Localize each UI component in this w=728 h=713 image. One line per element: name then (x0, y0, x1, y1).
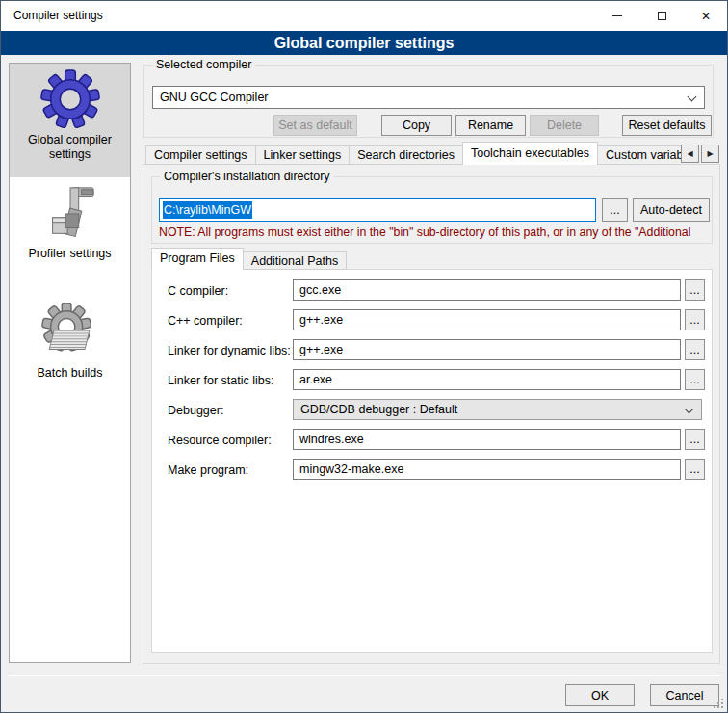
reset-defaults-button[interactable]: Reset defaults (622, 115, 712, 136)
program-tab-bar: Program Files Additional Paths (151, 248, 346, 270)
selected-text: C:\raylib\MinGW (163, 201, 252, 219)
field-value: mingw32-make.exe (299, 462, 403, 476)
sidebar-item-profiler-settings[interactable]: Profiler settings (10, 181, 130, 291)
make-program-input[interactable]: mingw32-make.exe (293, 459, 681, 480)
field-label-resource-compiler: Resource compiler: (168, 433, 272, 448)
resource-compiler-input[interactable]: windres.exe (293, 429, 681, 450)
button-label: ... (610, 203, 619, 217)
button-label: Reset defaults (629, 119, 706, 132)
browse-make-program-button[interactable]: ... (685, 459, 705, 480)
debugger-select-value: GDB/CDB debugger : Default (300, 403, 457, 416)
button-label: Cancel (666, 689, 704, 702)
field-label-linker-static: Linker for static libs: (168, 373, 273, 388)
field-value: ar.exe (299, 373, 332, 386)
compiler-select-value: GNU GCC Compiler (160, 91, 269, 104)
sidebar-item-batch-builds[interactable]: Batch builds (10, 295, 130, 409)
button-label: ... (689, 283, 699, 297)
caliper-icon (40, 183, 100, 243)
blue-gear-icon (40, 69, 100, 129)
button-label: Set as default (278, 119, 351, 132)
c-compiler-input[interactable]: gcc.exe (293, 279, 681, 301)
browse-directory-button[interactable]: ... (602, 198, 628, 222)
close-button[interactable]: ✕ (684, 1, 728, 31)
cancel-button[interactable]: Cancel (650, 684, 719, 706)
field-label-make-program: Make program: (168, 462, 248, 478)
button-label: Delete (547, 119, 582, 132)
note-text: NOTE: All programs must exist either in … (159, 225, 710, 239)
browse-c-compiler-button[interactable]: ... (685, 279, 705, 301)
tab-scroll-left-button[interactable]: ◀ (681, 145, 699, 163)
settings-tab-bar: Compiler settings Linker settings Search… (145, 142, 681, 165)
page-title: Global compiler settings (274, 35, 455, 52)
minimize-icon (612, 15, 622, 16)
tab-compiler-settings[interactable]: Compiler settings (145, 145, 256, 165)
tab-additional-paths[interactable]: Additional Paths (243, 251, 347, 270)
compiler-select[interactable]: GNU GCC Compiler (152, 86, 705, 109)
button-label: ... (689, 313, 699, 327)
browse-linker-dynamic-button[interactable]: ... (685, 339, 705, 360)
group-label: Compiler's installation directory (160, 170, 334, 184)
browse-resource-compiler-button[interactable]: ... (685, 429, 705, 450)
linker-dynamic-input[interactable]: g++.exe (293, 339, 681, 360)
button-label: ... (689, 433, 699, 446)
sidebar-item-global-compiler-settings[interactable]: Global compiler settings (10, 64, 130, 177)
auto-detect-button[interactable]: Auto-detect (633, 198, 710, 222)
set-as-default-button[interactable]: Set as default (273, 115, 357, 136)
compiler-settings-dialog: Compiler settings ✕ Global compiler sett… (0, 0, 728, 713)
sidebar-item-label: Batch builds (16, 366, 124, 381)
installation-directory-input[interactable]: C:\raylib\MinGW (159, 198, 596, 222)
button-label: OK (591, 689, 609, 702)
field-label-cpp-compiler: C++ compiler: (168, 313, 243, 329)
button-label: Rename (468, 119, 513, 132)
tab-scroll-right-button[interactable]: ▶ (701, 145, 719, 163)
close-icon: ✕ (701, 10, 711, 23)
batch-builds-icon (40, 303, 100, 362)
ok-button[interactable]: OK (565, 684, 635, 706)
tab-linker-settings[interactable]: Linker settings (255, 145, 351, 165)
field-label-c-compiler: C compiler: (168, 283, 228, 299)
browse-linker-static-button[interactable]: ... (685, 369, 705, 390)
tab-program-files[interactable]: Program Files (151, 248, 244, 270)
delete-button[interactable]: Delete (530, 115, 599, 136)
settings-category-list: Global compiler settings Profiler settin… (9, 63, 131, 663)
minimize-button[interactable] (595, 1, 639, 31)
cpp-compiler-input[interactable]: g++.exe (293, 309, 681, 330)
button-label: ... (689, 343, 699, 356)
field-value: windres.exe (299, 433, 364, 446)
maximize-icon (658, 12, 666, 20)
arrow-right-icon: ▶ (707, 149, 713, 158)
button-label: Auto-detect (640, 203, 702, 217)
button-label: ... (689, 462, 699, 476)
browse-cpp-compiler-button[interactable]: ... (685, 309, 705, 330)
field-label-linker-dynamic: Linker for dynamic libs: (168, 343, 291, 358)
group-label: Selected compiler (152, 58, 255, 72)
field-value: g++.exe (299, 313, 343, 327)
button-label: Copy (403, 119, 430, 132)
field-value: g++.exe (299, 343, 343, 356)
field-value: gcc.exe (299, 283, 341, 297)
dialog-header: Global compiler settings (1, 31, 727, 55)
chevron-down-icon (685, 405, 694, 414)
debugger-select[interactable]: GDB/CDB debugger : Default (293, 399, 702, 420)
window-title: Compiler settings (13, 1, 103, 31)
tab-custom-variables[interactable]: Custom variables (597, 145, 681, 165)
resize-grip[interactable] (714, 699, 724, 709)
title-bar: Compiler settings ✕ (1, 1, 727, 31)
linker-static-input[interactable]: ar.exe (293, 369, 681, 390)
maximize-button[interactable] (639, 1, 684, 31)
tab-search-directories[interactable]: Search directories (349, 145, 463, 165)
arrow-left-icon: ◀ (687, 149, 692, 158)
footer-divider (9, 675, 721, 676)
chevron-down-icon (688, 92, 697, 102)
rename-button[interactable]: Rename (455, 115, 526, 136)
sidebar-item-label: Global compiler settings (16, 133, 124, 162)
button-label: ... (689, 373, 699, 386)
sidebar-item-label: Profiler settings (16, 247, 124, 261)
tab-toolchain-executables[interactable]: Toolchain executables (462, 142, 598, 165)
copy-button[interactable]: Copy (381, 115, 452, 136)
field-label-debugger: Debugger: (168, 403, 223, 418)
